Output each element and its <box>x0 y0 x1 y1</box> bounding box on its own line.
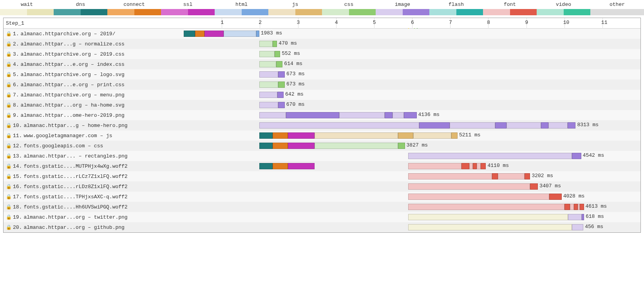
resource-row[interactable]: 🔒14. fonts.gstatic....MUTPHjx4wXg.woff24… <box>4 161 640 171</box>
tick: 5 <box>374 18 378 28</box>
resource-row[interactable]: 🔒17. fonts.gstatic....TPHjxsAXC-q.woff24… <box>4 192 640 202</box>
resource-row[interactable]: 🔒15. fonts.gstatic....rLCz7Z1xlFQ.woff23… <box>4 171 640 181</box>
resource-number: 8. <box>13 102 19 108</box>
bar-segment <box>530 183 538 190</box>
resource-url: fonts.googleapis.com – css <box>24 143 103 149</box>
bar-segment <box>570 204 574 210</box>
resource-row[interactable]: 🔒11. www.googletagmanager.com – js5211 m… <box>4 130 640 141</box>
legend-swatch <box>590 9 644 15</box>
resource-url: almanac.httparchive.org – logo.svg <box>21 72 125 78</box>
bar-segment <box>256 31 259 37</box>
resource-row[interactable]: 🔒18. fonts.gstatic....Hh6UVSwiPGQ.woff24… <box>4 202 640 212</box>
resource-row[interactable]: 🔒 7. almanac.httparchive.org – menu.png6… <box>4 90 640 100</box>
resource-row[interactable]: 🔒20. almanac.httpar...org – github.png45… <box>4 222 640 232</box>
tick: 7 <box>450 18 454 28</box>
legend-item-wait[interactable]: wait <box>0 2 54 15</box>
resource-row[interactable]: 🔒12. fonts.googleapis.com – css3827 ms <box>4 141 640 151</box>
resource-row[interactable]: 🔒13. almanac.httpar... – rectangles.png4… <box>4 151 640 161</box>
bar-segment <box>315 132 398 139</box>
resource-url: fonts.gstatic....rLCz7Z1xlFQ.woff2 <box>24 174 127 179</box>
legend-swatch <box>107 9 161 15</box>
resource-bar: 470 ms <box>184 40 640 47</box>
resource-bar: 673 ms <box>184 81 640 88</box>
legend-item-css[interactable]: css <box>322 2 376 15</box>
legend-item-html[interactable]: html <box>215 2 268 15</box>
legend-swatch <box>376 9 429 15</box>
legend-item-flash[interactable]: flash <box>429 2 483 15</box>
bar-segment <box>473 163 477 169</box>
resource-number: 13. <box>13 153 22 159</box>
resource-row[interactable]: 🔒 8. almanac.httpar...org – ha-home.svg6… <box>4 100 640 110</box>
legend-swatch <box>54 9 107 15</box>
resource-number: 3. <box>13 51 19 57</box>
bar-segment <box>398 143 405 149</box>
bar-segment <box>549 194 562 200</box>
bar-segment <box>582 214 584 220</box>
resource-row[interactable]: 🔒 3. almanac.httparchive.org – 2019.css5… <box>4 49 640 59</box>
bar-segment <box>276 61 282 67</box>
resource-url: fonts.gstatic....Hh6UVSwiPGQ.woff2 <box>24 204 127 210</box>
bar-segment <box>408 194 549 200</box>
resource-row[interactable]: 🔒10. almanac.httpar...g – home-hero.png8… <box>4 120 640 130</box>
resource-number: 11. <box>13 133 22 139</box>
legend-swatch <box>268 9 322 15</box>
header-row: Step_1 1234567891011 <box>4 18 640 29</box>
resource-bar: 614 ms <box>184 61 640 68</box>
duration-label: 1983 ms <box>261 30 282 36</box>
resource-number: 7. <box>13 92 19 98</box>
lock-icon: 🔒 <box>6 174 11 179</box>
duration-label: 3202 ms <box>532 173 553 179</box>
bar-segment <box>398 132 413 139</box>
resource-row[interactable]: 🔒 1. almanac.httparchive.org – 2019/1983… <box>4 29 640 39</box>
bar-segment <box>273 163 288 169</box>
resource-row[interactable]: 🔒 5. almanac.httparchive.org – logo.svg6… <box>4 69 640 80</box>
lock-icon: 🔒 <box>6 133 11 139</box>
bar-segment <box>408 214 568 220</box>
legend-item-image[interactable]: image <box>376 2 429 15</box>
waterfall-rows: 🔒 1. almanac.httparchive.org – 2019/1983… <box>4 29 640 232</box>
duration-label: 618 ms <box>586 214 604 219</box>
lock-icon: 🔒 <box>6 72 11 78</box>
resource-number: 1. <box>13 31 19 37</box>
legend-item-video[interactable]: video <box>537 2 590 15</box>
time-axis: 1234567891011 <box>184 18 640 28</box>
legend-item-js[interactable]: js <box>268 2 322 15</box>
resource-label: 🔒18. fonts.gstatic....Hh6UVSwiPGQ.woff2 <box>4 204 184 210</box>
duration-label: 4110 ms <box>488 163 509 168</box>
step-label: Step_1 <box>4 20 184 26</box>
bar-segment <box>204 31 224 37</box>
legend-item-ssl[interactable]: ssl <box>161 2 215 15</box>
resource-row[interactable]: 🔒 6. almanac.httpar...e.org – print.css6… <box>4 80 640 90</box>
resource-bar: 3202 ms <box>184 173 640 180</box>
legend-label: css <box>322 2 376 7</box>
legend-item-other[interactable]: other <box>590 2 644 15</box>
bar-segment <box>275 51 280 57</box>
legend-item-dns[interactable]: dns <box>54 2 107 15</box>
bar-segment <box>461 163 469 169</box>
duration-label: 3407 ms <box>539 183 561 189</box>
bar-segment <box>278 102 285 108</box>
resource-bar: 3407 ms <box>184 183 640 190</box>
resource-row[interactable]: 🔒19. almanac.httpar...org – twitter.png6… <box>4 212 640 222</box>
bar-segment <box>408 224 572 230</box>
resource-bar: 4136 ms <box>184 112 640 119</box>
resource-row[interactable]: 🔒 2. almanac.httpar...g – normalize.css4… <box>4 39 640 49</box>
resource-row[interactable]: 🔒 9. almanac.httpar...ome-hero-2019.png4… <box>4 110 640 120</box>
resource-bar: 1983 ms <box>184 30 640 37</box>
legend-item-connect[interactable]: connect <box>107 2 161 15</box>
legend-swatch <box>429 9 483 15</box>
resource-label: 🔒 6. almanac.httpar...e.org – print.css <box>4 82 184 88</box>
resource-url: almanac.httpar...g – normalize.css <box>21 41 125 47</box>
bar-segment <box>259 41 273 47</box>
resource-row[interactable]: 🔒16. fonts.gstatic....rLDz8Z1xlFQ.woff23… <box>4 181 640 192</box>
bar-segment <box>278 82 285 88</box>
legend-item-font[interactable]: font <box>483 2 537 15</box>
resource-bar: 456 ms <box>184 224 640 231</box>
bar-segment <box>315 143 398 149</box>
lock-icon: 🔒 <box>6 225 11 230</box>
bar-segment <box>541 122 548 129</box>
lock-icon: 🔒 <box>6 184 11 190</box>
resource-row[interactable]: 🔒 4. almanac.httpar...e.org – index.css6… <box>4 59 640 69</box>
legend-label: video <box>537 2 590 7</box>
legend-label: js <box>268 2 322 7</box>
